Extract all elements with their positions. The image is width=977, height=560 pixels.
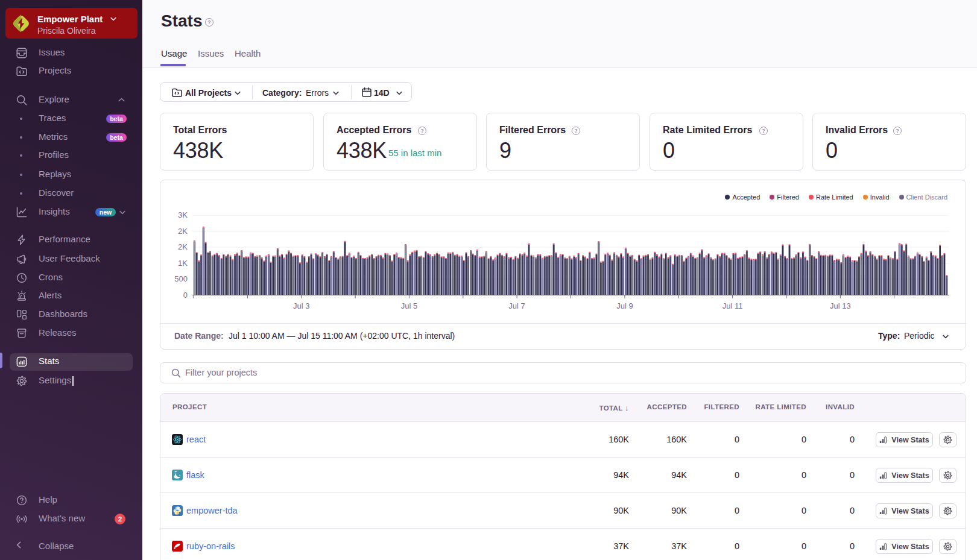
svg-text:Jul 13: Jul 13 (830, 301, 851, 310)
svg-text:Jul 11: Jul 11 (722, 301, 743, 310)
svg-text:Jul 3: Jul 3 (293, 301, 309, 310)
svg-text:2K: 2K (178, 227, 188, 236)
svg-text:1K: 1K (178, 259, 188, 268)
svg-text:Jul 7: Jul 7 (508, 301, 525, 310)
svg-text:500: 500 (174, 274, 188, 283)
svg-text:3K: 3K (178, 210, 188, 219)
svg-text:2K: 2K (178, 242, 188, 251)
svg-text:0: 0 (183, 291, 188, 300)
svg-text:Jul 9: Jul 9 (616, 301, 633, 310)
svg-text:Jul 5: Jul 5 (401, 301, 417, 310)
